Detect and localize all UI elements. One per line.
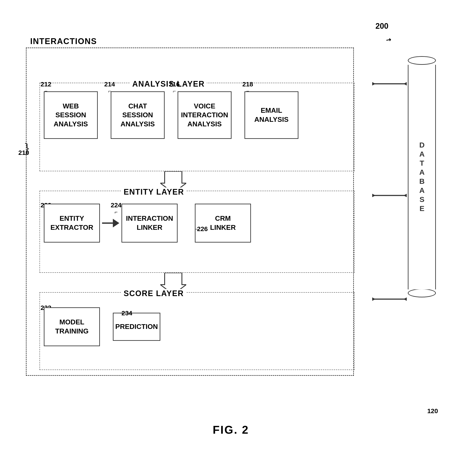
cylinder-body: DATABASE <box>408 65 436 289</box>
cylinder-top <box>408 56 436 65</box>
arrow-score-db <box>372 296 407 303</box>
score-layer-label: SCORE LAYER <box>121 289 186 298</box>
database-cylinder: DATABASE <box>408 56 436 297</box>
entity-blocks-container: ENTITYEXTRACTOR INTERACTIONLINKER CRMLIN… <box>44 204 251 243</box>
ref-218: 218 <box>242 81 253 88</box>
score-blocks-container: MODELTRAINING PREDICTION <box>44 307 160 346</box>
model-training-label: MODELTRAINING <box>55 318 89 336</box>
arrow-entity-db <box>372 192 407 199</box>
web-session-block: WEBSESSIONANALYSIS <box>44 91 98 139</box>
database-label: DATABASE <box>418 141 426 213</box>
diagram-container: 200 ↙ INTERACTIONS ANALYSIS LAYER 212 ⌐ … <box>17 17 444 449</box>
ref-212: 212 <box>41 81 51 88</box>
svg-marker-9 <box>372 297 375 301</box>
ref-234: 234 <box>121 310 132 317</box>
email-analysis-label: EMAILANALYSIS <box>254 106 289 124</box>
ref-120: 120 <box>427 407 438 415</box>
ref-234-tilde: ~ <box>120 310 123 316</box>
ref-210-bracket: } <box>25 142 29 155</box>
ref-226-tilde: ~ <box>195 226 198 232</box>
voice-interaction-block: VOICEINTERACTIONANALYSIS <box>178 91 232 139</box>
arrow-entity-to-linker <box>102 219 119 227</box>
ref-214: 214 <box>104 81 115 88</box>
chat-session-block: CHATSESSIONANALYSIS <box>111 91 165 139</box>
interaction-linker-label: INTERACTIONLINKER <box>126 214 173 232</box>
arrow-analysis-db <box>372 81 407 88</box>
figure-label: FIG. 2 <box>213 423 249 436</box>
entity-extractor-label: ENTITYEXTRACTOR <box>51 214 94 232</box>
crm-linker-label: CRMLINKER <box>210 214 236 232</box>
model-training-block: MODELTRAINING <box>44 307 100 346</box>
entity-layer-label: ENTITY LAYER <box>121 188 186 197</box>
ref-200-arrow: ↙ <box>384 36 393 44</box>
crm-linker-block: CRMLINKER <box>195 204 251 243</box>
ref-226: 226 <box>197 225 208 232</box>
svg-marker-10 <box>403 297 407 301</box>
ref-200: 200 <box>375 22 388 31</box>
interactions-outer-box: ANALYSIS LAYER 212 ⌐ 214 ⌐ 216 ⌐ 218 ⌐ W… <box>26 47 354 376</box>
email-analysis-block: EMAILANALYSIS <box>244 91 298 139</box>
prediction-label: PREDICTION <box>115 322 158 331</box>
entity-extractor-block: ENTITYEXTRACTOR <box>44 204 100 243</box>
web-session-label: WEBSESSIONANALYSIS <box>54 102 88 129</box>
analysis-blocks-container: WEBSESSIONANALYSIS CHATSESSIONANALYSIS V… <box>44 91 298 139</box>
database-container: DATABASE <box>408 56 436 297</box>
analysis-layer-label: ANALYSIS LAYER <box>130 79 207 89</box>
voice-interaction-label: VOICEINTERACTIONANALYSIS <box>181 102 228 129</box>
interactions-label: INTERACTIONS <box>30 37 97 46</box>
svg-marker-3 <box>372 82 375 86</box>
cylinder-bottom <box>408 289 436 297</box>
prediction-block: PREDICTION <box>113 313 160 341</box>
interaction-linker-block: INTERACTIONLINKER <box>121 204 178 243</box>
ref-216: 216 <box>169 81 180 88</box>
svg-marker-4 <box>403 82 407 86</box>
svg-marker-7 <box>403 194 407 197</box>
chat-session-label: CHATSESSIONANALYSIS <box>121 102 155 129</box>
svg-marker-6 <box>372 194 375 197</box>
